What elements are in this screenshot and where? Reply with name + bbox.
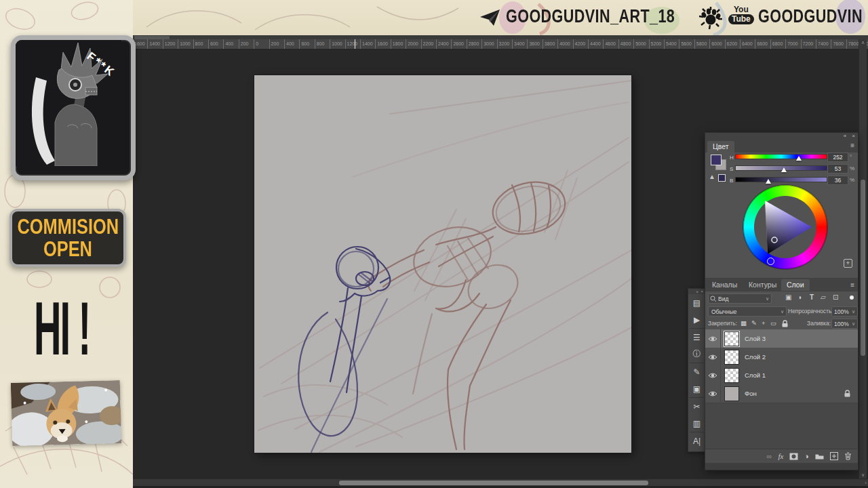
layer-name[interactable]: Слой 3 (745, 335, 766, 342)
filter-type-layers-icon[interactable]: T (810, 293, 814, 301)
color-wheel[interactable] (743, 185, 827, 269)
layer-visibility-eye-icon[interactable] (705, 366, 721, 384)
close-panel-icon[interactable]: × (852, 133, 855, 139)
lock-position-icon[interactable]: + (762, 319, 766, 327)
foreground-color-swatch[interactable] (711, 155, 722, 165)
blend-mode-value: Обычные (711, 308, 737, 315)
filter-pixel-layers-icon[interactable]: ▣ (785, 293, 791, 301)
actions-panel-icon[interactable]: ▶ (688, 311, 705, 328)
filter-kind-label: Вид (718, 296, 728, 302)
opacity-dropdown[interactable]: 100% ∨ (831, 306, 858, 317)
saturation-slider-handle[interactable] (781, 167, 787, 172)
layers-filter-row: Вид ∨ ▣ ◑ T ▱ ⊡ (705, 291, 858, 305)
layer-thumbnail[interactable] (724, 386, 739, 401)
lock-pixels-icon[interactable]: ✎ (751, 319, 757, 327)
new-layer-button[interactable] (830, 452, 838, 460)
ruler-tick: 6000 (709, 39, 722, 49)
layer-row-1[interactable]: Слой 3 (705, 329, 858, 348)
clone-source-panel-icon[interactable]: ▣ (688, 380, 705, 397)
ruler-tick: 3800 (542, 39, 555, 49)
brightness-slider-handle[interactable] (766, 179, 771, 184)
saturation-slider[interactable] (735, 165, 827, 171)
ruler-tick: 3600 (527, 39, 540, 49)
ruler-tick: 4200 (573, 39, 586, 49)
ruler-tick: 7800 (846, 39, 859, 49)
telegram-handle: GOODGUDVIN_ART_18 (506, 6, 675, 27)
greeting-text: HI ! (34, 285, 90, 372)
saturation-value[interactable]: 53 (827, 164, 848, 174)
layer-row-2[interactable]: Слой 2 (705, 348, 858, 367)
delete-layer-button[interactable] (844, 452, 852, 460)
filter-shape-layers-icon[interactable]: ▱ (821, 293, 826, 301)
ruler-tick: 200 (269, 39, 279, 49)
stream-topbar: GOODGUDVIN_ART_18 You Tube GOODGUDVIN (133, 0, 868, 35)
vertical-scrollbar-thumb[interactable] (861, 180, 865, 356)
layer-name[interactable]: Фон (745, 390, 757, 397)
scroll-up-arrow[interactable]: ∧ (859, 40, 867, 45)
horizontal-scrollbar-thumb[interactable] (339, 481, 648, 485)
drawing-canvas[interactable] (254, 75, 631, 453)
libraries-panel-icon[interactable]: ▥ (688, 415, 705, 432)
layer-visibility-eye-icon[interactable] (705, 329, 721, 348)
lock-all-icon[interactable] (781, 320, 789, 327)
layer-thumbnail[interactable] (724, 331, 739, 346)
tab-layers[interactable]: Слои (781, 279, 810, 291)
filter-adjustment-layers-icon[interactable]: ◑ (797, 293, 802, 301)
hue-value[interactable]: 252 (827, 152, 848, 162)
add-mask-button[interactable] (789, 453, 798, 460)
layers-panel-menu-icon[interactable]: ≡ (850, 281, 854, 289)
youtube-logo-top: You (734, 5, 749, 14)
history-panel-icon[interactable]: ▤ (688, 294, 705, 311)
color-panel-menu-icon[interactable]: ≡ (850, 142, 854, 149)
dock-header[interactable]: » × (688, 289, 705, 294)
link-layers-button[interactable]: ∞ (767, 452, 772, 460)
hue-slider-handle[interactable] (796, 156, 802, 161)
collapse-panels-icon[interactable]: « (844, 133, 846, 139)
layer-thumbnail[interactable] (724, 368, 739, 383)
brush-settings-panel-icon[interactable]: ✎ (688, 363, 705, 380)
adjustment-layer-button[interactable]: ◑ (804, 452, 809, 460)
ruler-tick: 6200 (725, 39, 738, 49)
new-group-button[interactable] (815, 453, 824, 460)
tab-paths[interactable]: Контуры (743, 279, 782, 291)
brightness-value[interactable]: 36 (827, 176, 848, 185)
panel-bottom-edge[interactable] (705, 463, 858, 470)
fill-dropdown[interactable]: 100% ∨ (831, 319, 858, 329)
horizontal-ruler[interactable]: 1600140012001000800600400200020040060080… (133, 39, 868, 49)
hue-slider[interactable] (735, 154, 827, 159)
filter-smart-objects-icon[interactable]: ⊡ (833, 293, 838, 301)
add-swatch-button[interactable]: + (844, 259, 852, 268)
ruler-tick: 0 (254, 39, 258, 49)
lock-transparency-icon[interactable]: ▦ (741, 319, 747, 327)
layer-name[interactable]: Слой 1 (745, 371, 766, 379)
tab-channels[interactable]: Каналы (707, 279, 743, 291)
hue-ring-cursor[interactable] (767, 258, 774, 265)
layer-visibility-eye-icon[interactable] (705, 348, 721, 366)
layer-name[interactable]: Слой 2 (745, 353, 766, 361)
vertical-scrollbar[interactable]: ∧ ∨ (859, 39, 867, 479)
gamut-warning-icon[interactable]: ▲ (709, 173, 715, 180)
filtering-toggle[interactable] (850, 296, 854, 300)
sv-triangle[interactable] (743, 185, 827, 269)
dropdown-caret-icon: ∨ (764, 296, 771, 302)
layer-visibility-eye-icon[interactable] (705, 384, 721, 403)
ruler-tick: 2600 (451, 39, 464, 49)
brightness-slider[interactable] (735, 177, 827, 182)
character-panel-icon[interactable]: A| (688, 432, 705, 449)
gamut-safe-swatch[interactable] (718, 174, 726, 182)
layer-row-3[interactable]: Слой 1 (705, 366, 858, 385)
ruler-tick: 4800 (618, 39, 631, 49)
layer-thumbnail[interactable] (724, 350, 739, 365)
ruler-tick: 7000 (785, 39, 798, 49)
layer-style-button[interactable]: fx (778, 452, 783, 460)
info-panel-icon[interactable]: ⓘ (688, 346, 705, 363)
ruler-tick: 2400 (436, 39, 449, 49)
properties-panel-icon[interactable]: ☰ (688, 329, 705, 346)
lock-artboard-icon[interactable]: ▭ (770, 319, 776, 327)
blend-mode-dropdown[interactable]: Обычные ∨ (708, 306, 787, 317)
tab-color[interactable]: Цвет (707, 141, 734, 152)
layer-row-4[interactable]: Фон (705, 384, 858, 403)
tool-presets-panel-icon[interactable]: ✂ (688, 398, 705, 415)
layer-filter-kind-dropdown[interactable]: Вид ∨ (708, 293, 772, 304)
scroll-down-arrow[interactable]: ∨ (859, 472, 867, 478)
